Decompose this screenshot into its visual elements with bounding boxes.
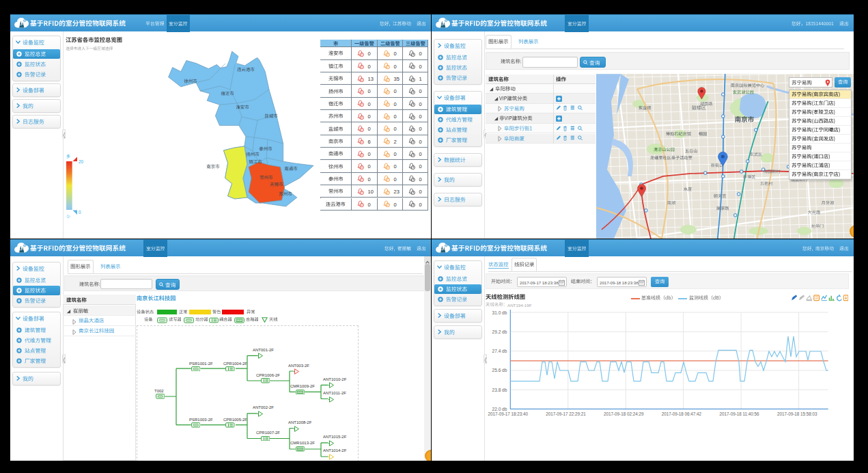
svg-text:2017-09-18 11:40:56: 2017-09-18 11:40:56: [720, 411, 760, 416]
svg-text:2017-09-17 18:23:40: 2017-09-17 18:23:40: [488, 411, 529, 416]
svg-text:2017-09-18 06:47:42: 2017-09-18 06:47:42: [662, 411, 702, 416]
svg-text:2017-09-17 22:29:21: 2017-09-17 22:29:21: [546, 411, 586, 416]
svg-text:27.4 db: 27.4 db: [492, 349, 507, 353]
svg-text:20: 20: [79, 159, 84, 164]
svg-text:25.6 db: 25.6 db: [492, 368, 507, 373]
svg-text:23.8 db: 23.8 db: [492, 388, 507, 392]
svg-text:2017-09-18 02:24:29: 2017-09-18 02:24:29: [604, 411, 644, 416]
svg-text:31.0 db: 31.0 db: [492, 310, 507, 315]
svg-text:29.2 db: 29.2 db: [492, 329, 507, 334]
svg-text:22.0 db: 22.0 db: [492, 407, 507, 411]
svg-text:2017-09-18 15:58:03: 2017-09-18 15:58:03: [777, 411, 817, 416]
svg-text:0: 0: [79, 210, 81, 215]
